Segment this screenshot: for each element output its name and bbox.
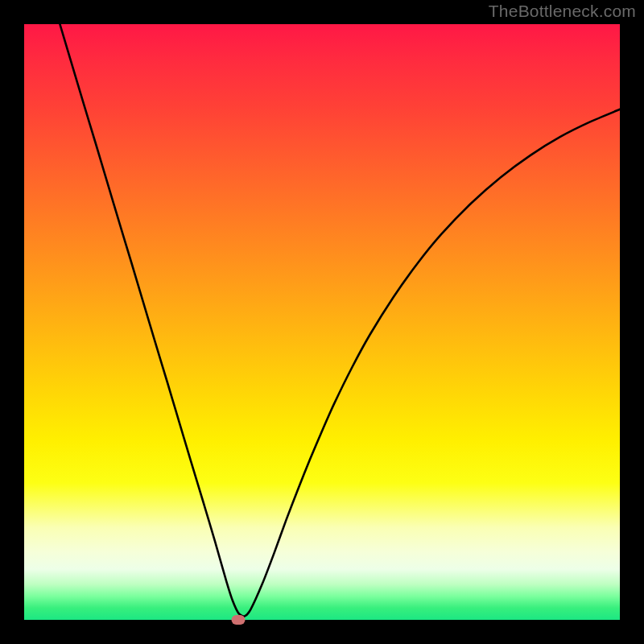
optimum-marker bbox=[232, 615, 246, 625]
bottleneck-curve bbox=[24, 24, 620, 620]
watermark-text: TheBottleneck.com bbox=[489, 2, 636, 21]
plot-area bbox=[24, 24, 620, 620]
